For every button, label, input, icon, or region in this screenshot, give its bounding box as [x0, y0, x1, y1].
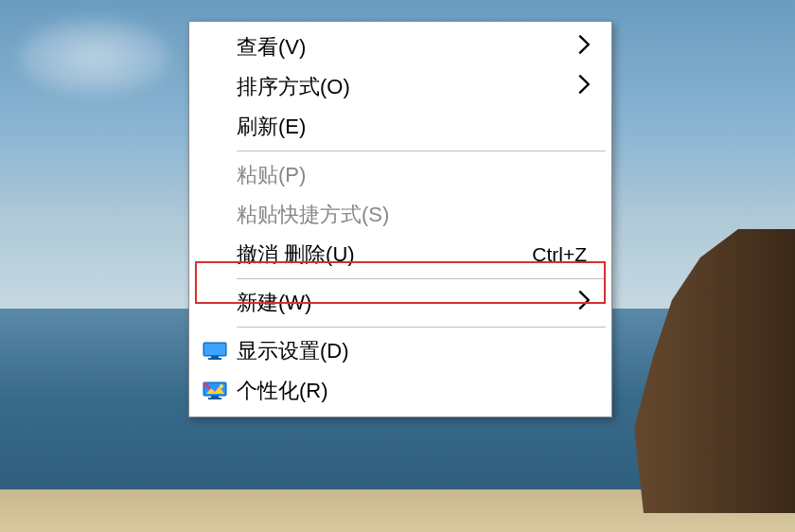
menu-separator	[237, 327, 606, 328]
svg-rect-3	[208, 358, 221, 360]
menu-item-undo-delete[interactable]: 撤消 删除(U) Ctrl+Z	[191, 235, 610, 275]
menu-item-new[interactable]: 新建(W)	[191, 283, 610, 323]
menu-item-view[interactable]: 查看(V)	[191, 27, 610, 67]
chevron-right-icon	[577, 290, 591, 316]
wallpaper-cloud	[19, 19, 170, 95]
svg-rect-1	[204, 344, 225, 355]
menu-item-display-settings[interactable]: 显示设置(D)	[191, 331, 610, 371]
menu-item-refresh[interactable]: 刷新(E)	[191, 107, 610, 147]
chevron-right-icon	[577, 34, 591, 61]
menu-item-label: 粘贴(P)	[237, 161, 591, 189]
menu-item-label: 个性化(R)	[237, 377, 591, 405]
menu-separator	[237, 278, 606, 279]
svg-rect-7	[211, 396, 219, 398]
svg-rect-2	[211, 356, 219, 358]
menu-item-personalize[interactable]: 个性化(R)	[191, 371, 610, 411]
chevron-right-icon	[577, 74, 591, 100]
desktop-context-menu: 查看(V) 排序方式(O) 刷新(E) 粘贴(P) 粘贴快捷方式(S) 撤消 删…	[188, 21, 612, 417]
menu-item-sort[interactable]: 排序方式(O)	[191, 67, 610, 107]
menu-item-label: 粘贴快捷方式(S)	[237, 201, 591, 229]
personalize-icon	[203, 381, 227, 401]
menu-item-label: 撤消 删除(U)	[237, 240, 532, 269]
menu-item-paste-shortcut: 粘贴快捷方式(S)	[191, 195, 610, 235]
menu-separator	[237, 151, 606, 151]
svg-point-6	[220, 384, 223, 388]
menu-item-label: 刷新(E)	[237, 113, 591, 141]
menu-item-label: 排序方式(O)	[237, 73, 591, 101]
display-icon	[203, 341, 227, 362]
menu-item-label: 查看(V)	[237, 33, 591, 62]
menu-item-paste: 粘贴(P)	[191, 155, 610, 195]
menu-item-label: 新建(W)	[237, 289, 591, 317]
menu-item-shortcut: Ctrl+Z	[532, 243, 587, 266]
svg-rect-8	[208, 398, 221, 399]
menu-item-label: 显示设置(D)	[237, 337, 591, 365]
